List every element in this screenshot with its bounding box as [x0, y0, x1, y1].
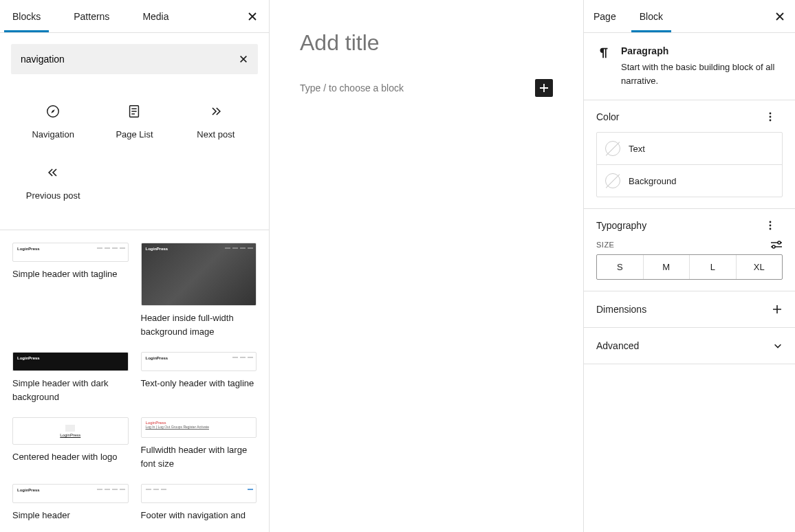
custom-size-toggle[interactable]: [770, 241, 783, 249]
pattern-results-grid: LoginPress Simple header with tagline Lo…: [0, 230, 269, 532]
svg-point-9: [772, 245, 775, 248]
pattern-label: Header inside full-width background imag…: [141, 311, 257, 338]
pattern-item[interactable]: Footer with navigation and: [141, 484, 257, 522]
settings-tabs: Page Block: [584, 0, 795, 33]
svg-point-6: [770, 225, 772, 227]
color-options-button[interactable]: [769, 112, 783, 122]
inserter-scroll-area[interactable]: Navigation Page List Next post Previous …: [0, 33, 269, 532]
size-segmented-control: S M L XL: [596, 254, 783, 280]
pattern-item[interactable]: LoginPress Header inside full-width back…: [141, 243, 257, 338]
tab-block[interactable]: Block: [640, 1, 663, 32]
chevrons-right-icon: [208, 103, 224, 120]
tab-blocks[interactable]: Blocks: [12, 1, 41, 32]
color-panel: Color Text Background: [584, 100, 795, 209]
typography-options-button[interactable]: [769, 221, 783, 230]
pattern-preview: LoginPress: [12, 417, 129, 445]
color-control-label: Background: [629, 176, 676, 186]
panel-title-typography: Typography: [596, 220, 646, 231]
svg-point-3: [770, 116, 772, 118]
panel-title-color: Color: [596, 111, 619, 122]
block-previous-post[interactable]: Previous post: [12, 152, 94, 213]
panel-title-dimensions: Dimensions: [596, 304, 646, 315]
block-page-list[interactable]: Page List: [94, 91, 175, 152]
svg-point-8: [778, 241, 781, 244]
block-navigation[interactable]: Navigation: [12, 91, 94, 152]
vertical-dots-icon: [769, 112, 772, 122]
svg-point-5: [770, 221, 772, 223]
background-color-control[interactable]: Background: [597, 164, 782, 197]
pattern-preview: LoginPress: [12, 243, 129, 262]
paragraph-placeholder[interactable]: Type / to choose a block: [300, 82, 404, 93]
text-color-control[interactable]: Text: [597, 133, 782, 164]
plus-icon: [538, 82, 549, 93]
vertical-dots-icon: [769, 221, 772, 230]
search-input[interactable]: [11, 45, 229, 73]
block-results-grid: Navigation Page List Next post Previous …: [0, 85, 269, 230]
pagelist-icon: [126, 103, 142, 120]
pattern-label: Fullwidth header with large font size: [141, 443, 257, 470]
block-next-post[interactable]: Next post: [175, 91, 257, 152]
svg-point-2: [770, 113, 772, 115]
empty-swatch-icon: [605, 141, 620, 156]
tab-page[interactable]: Page: [593, 1, 616, 32]
compass-icon: [45, 103, 61, 120]
block-inserter-panel: Blocks Patterns Media Navigation: [0, 0, 270, 532]
plus-icon: [772, 304, 783, 315]
close-icon: [239, 54, 248, 64]
tab-media[interactable]: Media: [142, 1, 168, 32]
paragraph-icon: [596, 45, 611, 60]
size-s-button[interactable]: S: [597, 255, 643, 279]
pattern-item[interactable]: LoginPress Simple header with dark backg…: [12, 352, 129, 403]
panel-title-advanced: Advanced: [596, 340, 639, 351]
pattern-label: Footer with navigation and: [141, 509, 257, 522]
paragraph-block-row: Type / to choose a block: [300, 79, 553, 97]
pattern-item[interactable]: LoginPress Simple header: [12, 484, 129, 522]
pattern-item[interactable]: LoginPress Simple header with tagline: [12, 243, 129, 338]
dimensions-panel-toggle[interactable]: Dimensions: [584, 291, 795, 328]
pattern-label: Centered header with logo: [12, 450, 129, 464]
svg-point-7: [770, 228, 772, 230]
empty-swatch-icon: [605, 173, 620, 188]
inserter-tabs: Blocks Patterns Media: [0, 0, 269, 33]
size-label: SIZE: [596, 241, 614, 249]
close-icon: [247, 11, 258, 22]
chevrons-left-icon: [45, 164, 61, 181]
pattern-preview: LoginPress Log In | Log Out Groups Regis…: [141, 417, 257, 438]
pattern-preview: LoginPress: [12, 352, 129, 371]
pattern-item[interactable]: LoginPress Text-only header with tagline: [141, 352, 257, 403]
svg-point-4: [770, 120, 772, 122]
size-xl-button[interactable]: XL: [736, 255, 783, 279]
pattern-label: Simple header with dark background: [12, 377, 129, 403]
pattern-preview: [141, 484, 257, 503]
pattern-label: Simple header with tagline: [12, 267, 129, 281]
block-info-description: Start with the basic building block of a…: [621, 60, 783, 87]
block-info-title: Paragraph: [621, 45, 783, 56]
pattern-item[interactable]: LoginPress Log In | Log Out Groups Regis…: [141, 417, 257, 470]
pattern-item[interactable]: LoginPress Centered header with logo: [12, 417, 129, 470]
block-label: Page List: [116, 129, 153, 140]
clear-search-button[interactable]: [229, 47, 258, 71]
pattern-label: Text-only header with tagline: [141, 377, 257, 390]
size-l-button[interactable]: L: [689, 255, 736, 279]
block-label: Previous post: [26, 190, 80, 201]
block-info-card: Paragraph Start with the basic building …: [584, 33, 795, 100]
block-label: Navigation: [32, 129, 74, 140]
typography-panel: Typography SIZE S M L XL: [584, 209, 795, 291]
add-block-button[interactable]: [535, 79, 553, 97]
chevron-down-icon: [773, 341, 783, 351]
settings-panel: Page Block Paragraph Start with the basi…: [583, 0, 795, 532]
search-box: [11, 44, 258, 74]
close-inserter-button[interactable]: [244, 8, 261, 25]
pattern-preview: LoginPress: [12, 484, 129, 503]
close-settings-button[interactable]: [774, 11, 785, 22]
pattern-preview: LoginPress: [141, 243, 257, 306]
advanced-panel-toggle[interactable]: Advanced: [584, 328, 795, 364]
size-m-button[interactable]: M: [643, 255, 690, 279]
post-title-input[interactable]: Add title: [300, 30, 553, 56]
editor-canvas: Add title Type / to choose a block: [270, 0, 583, 532]
pattern-preview: LoginPress: [141, 352, 257, 371]
sliders-icon: [770, 241, 783, 249]
block-label: Next post: [197, 129, 235, 140]
color-control-label: Text: [629, 144, 645, 154]
tab-patterns[interactable]: Patterns: [74, 1, 109, 32]
